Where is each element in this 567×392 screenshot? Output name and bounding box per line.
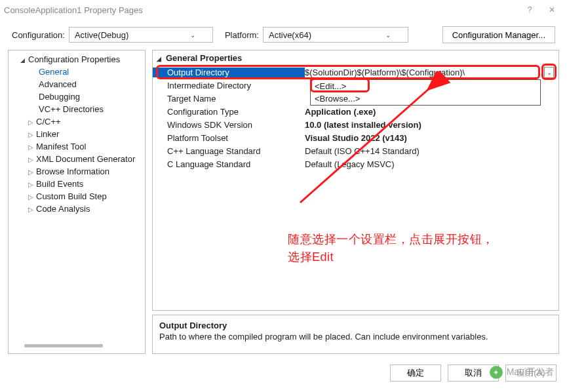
nav-item-browseinfo[interactable]: Browse Information [9,165,145,178]
chevron-right-icon [28,168,36,176]
help-button[interactable]: ? [518,2,541,18]
prop-row-configuration-type[interactable]: Configuration Type Application (.exe) [153,105,558,118]
prop-val: $(SolutionDir)$(Platform)\$(Configuratio… [305,68,558,77]
prop-key: Target Name [153,94,305,104]
dropdown-button[interactable]: ⌄ [544,67,554,78]
chevron-down-icon: ⌄ [185,31,208,39]
prop-val: Default (ISO C++14 Standard) [305,146,558,156]
chevron-right-icon [28,155,36,163]
nav-item-general[interactable]: General [9,66,145,78]
config-label: Configuration: [12,30,65,40]
dropdown-popup: <Edit...> <Browse...> [310,79,541,106]
nav-item-debugging[interactable]: Debugging [9,90,145,103]
platform-label: Platform: [225,30,259,40]
watermark-text: Maui开发者 [507,366,554,378]
ok-button[interactable]: 确定 [390,364,441,382]
watermark-logo: ✦ [490,366,503,379]
properties-box: General Properties Output Directory $(So… [152,50,559,311]
window-title: ConsoleApplication1 Property Pages [4,5,518,15]
chevron-down-icon: ⌄ [380,31,404,39]
description-text: Path to where the compiled program will … [159,332,552,342]
prop-row-platform-toolset[interactable]: Platform Toolset Visual Studio 2022 (v14… [153,131,558,144]
nav-item-buildevents[interactable]: Build Events [9,178,145,190]
prop-row-cpp-standard[interactable]: C++ Language Standard Default (ISO C++14… [153,144,558,157]
nav-root[interactable]: Configuration Properties [9,53,145,66]
nav-item-linker[interactable]: Linker [9,128,145,140]
section-title: General Properties [166,53,242,63]
config-manager-button[interactable]: Configuration Manager... [442,26,555,43]
nav-scrollbar[interactable] [15,344,138,351]
main-area: Configuration Properties General Advance… [0,50,567,358]
config-row: Configuration: Active(Debug) ⌄ Platform:… [0,20,567,50]
right-panel: General Properties Output Directory $(So… [152,50,559,354]
prop-key: C Language Standard [153,159,305,169]
prop-key: Platform Toolset [153,133,305,143]
prop-val: Default (Legacy MSVC) [305,159,558,169]
prop-key: Windows SDK Version [153,120,305,130]
config-combo[interactable]: Active(Debug) ⌄ [69,27,213,43]
chevron-right-icon [28,180,36,188]
config-value: Active(Debug) [69,30,142,40]
prop-key: Configuration Type [153,107,305,117]
nav-item-custombuild[interactable]: Custom Build Step [9,190,145,203]
prop-val: Application (.exe) [305,107,558,117]
nav-tree: Configuration Properties General Advance… [9,50,145,218]
prop-row-output-directory[interactable]: Output Directory $(SolutionDir)$(Platfor… [153,66,558,79]
scrollbar-thumb[interactable] [24,344,103,347]
nav-item-xmldoc[interactable]: XML Document Generator [9,153,145,165]
chevron-right-icon [28,193,36,201]
annotation-text: 随意选择一个设置栏，点击展开按钮， 选择Edit [288,231,494,266]
prop-row-c-standard[interactable]: C Language Standard Default (Legacy MSVC… [153,157,558,170]
chevron-right-icon [28,118,36,126]
chevron-right-icon [28,130,36,138]
prop-row-sdk-version[interactable]: Windows SDK Version 10.0 (latest install… [153,118,558,131]
prop-key: Output Directory [153,68,305,77]
nav-item-vcdirs[interactable]: VC++ Directories [9,103,145,115]
description-box: Output Directory Path to where the compi… [152,315,559,354]
platform-combo[interactable]: Active(x64) ⌄ [263,27,408,43]
nav-root-label: Configuration Properties [28,54,120,64]
footer: 确定 取消 应用(A) [0,358,567,388]
nav-item-ccpp[interactable]: C/C++ [9,115,145,128]
close-button[interactable]: ✕ [541,2,563,18]
prop-key: C++ Language Standard [153,146,305,156]
chevron-right-icon [28,205,36,213]
annotation-line-1: 随意选择一个设置栏，点击展开按钮， [288,231,494,248]
chevron-right-icon [28,143,36,151]
chevron-down-icon [157,53,166,63]
dropdown-item-edit[interactable]: <Edit...> [311,80,540,92]
prop-key: Intermediate Directory [153,81,305,90]
chevron-down-icon [20,56,28,64]
nav-item-advanced[interactable]: Advanced [9,78,145,90]
nav-item-codeanalysis[interactable]: Code Analysis [9,203,145,215]
description-title: Output Directory [159,321,552,330]
platform-value: Active(x64) [264,30,324,40]
title-bar: ConsoleApplication1 Property Pages ? ✕ [0,0,567,20]
section-header[interactable]: General Properties [153,50,558,66]
watermark: ✦ Maui开发者 [490,366,554,379]
prop-val: 10.0 (latest installed version) [305,120,558,130]
nav-item-manifest[interactable]: Manifest Tool [9,140,145,153]
dropdown-item-browse[interactable]: <Browse...> [311,92,540,105]
annotation-line-2: 选择Edit [288,248,494,266]
prop-val: Visual Studio 2022 (v143) [305,133,558,143]
nav-panel: Configuration Properties General Advance… [8,50,146,354]
